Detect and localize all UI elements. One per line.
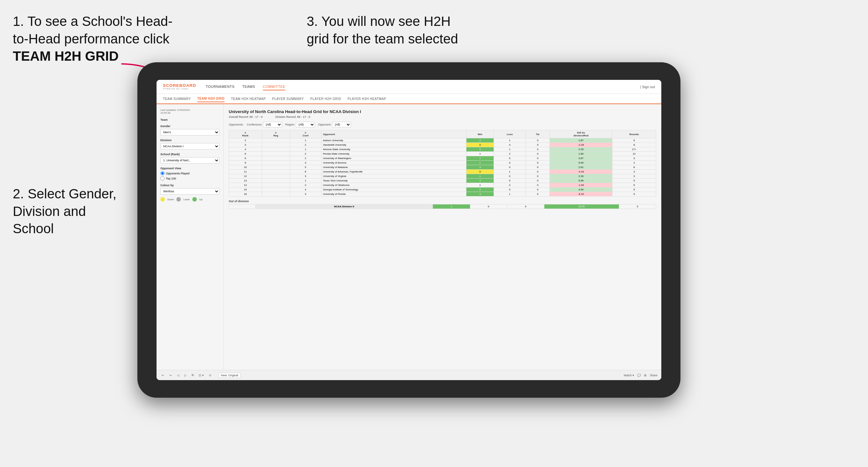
cell-win: 5 <box>466 147 494 152</box>
colour-by-label: Colour by <box>160 184 219 187</box>
cell-tie: 0 <box>526 174 550 179</box>
cell-diff: 2.61 <box>550 165 612 169</box>
paste-button[interactable]: ⊡ ▾ <box>197 373 205 378</box>
colour-down-label: Down <box>167 198 174 201</box>
nav-teams[interactable]: TEAMS <box>242 83 255 90</box>
cell-win: 5 <box>466 187 494 192</box>
share-button[interactable]: Share <box>650 374 657 377</box>
school-section: School (Rank) 1. University of Nort... <box>160 153 219 163</box>
bottom-toolbar: ↩ ↪ ◁ ▷ ⧉ ⊡ ▾ ⊙ View: Original Watch ▾ 💬… <box>157 370 661 380</box>
view-original[interactable]: View: Original <box>219 373 241 378</box>
forward-button[interactable]: ▷ <box>183 373 188 378</box>
cell-tie: 0 <box>526 165 550 169</box>
cell-rank: 16 <box>229 192 262 196</box>
sign-out-link[interactable]: | Sign out <box>640 85 655 89</box>
cell-rounds: 8 <box>612 143 656 147</box>
colour-level-label: Level <box>183 198 189 201</box>
back-button[interactable]: ◁ <box>176 373 181 378</box>
cell-rounds: 17+ <box>612 147 656 152</box>
colour-select[interactable]: Win/loss <box>160 188 219 194</box>
region-select[interactable]: (All) <box>296 122 315 127</box>
sub-nav-player-summary[interactable]: PLAYER SUMMARY <box>272 96 304 102</box>
colour-up-label: Up <box>199 198 203 201</box>
overall-record: Overall Record: 89 - 17 - 0 <box>229 115 262 119</box>
clock-button[interactable]: ⊙ <box>208 373 213 378</box>
comment-button[interactable]: 💬 <box>637 374 641 377</box>
out-div-loss: 0 <box>470 205 507 209</box>
redo-button[interactable]: ↪ <box>168 373 173 378</box>
annotation-1: 1. To see a School's Head- to-Head perfo… <box>13 13 179 65</box>
opponents-filter-label: Opponents: <box>229 123 244 126</box>
radio-top100[interactable]: Top 100 <box>160 176 219 181</box>
zoom-button[interactable]: ⊞ <box>644 374 647 377</box>
nav-committee[interactable]: COMMITTEE <box>263 83 286 90</box>
opponent-view-label: Opponent View <box>160 167 219 170</box>
table-row: 11 6 University of Arkansas, Fayettevill… <box>229 169 656 174</box>
school-select[interactable]: 1. University of Nort... <box>160 157 219 163</box>
sub-nav-team-h2h-grid[interactable]: TEAM H2H GRID <box>197 95 225 102</box>
sub-nav-team-summary[interactable]: TEAM SUMMARY <box>163 96 191 102</box>
colour-level-dot <box>176 197 181 201</box>
cell-reg <box>261 143 290 147</box>
cell-loss: 1 <box>494 147 526 152</box>
cell-conf: 1 <box>290 138 321 143</box>
team-label: Team <box>160 118 219 121</box>
cell-rank: 4 <box>229 147 262 152</box>
table-row: 8 2 University of Washington 1 0 0 3.67 … <box>229 156 656 161</box>
cell-tie: 0 <box>526 187 550 192</box>
conference-select[interactable]: (All) <box>263 122 282 127</box>
cell-loss: 1 <box>494 138 526 143</box>
cell-conf: 3 <box>290 192 321 196</box>
cell-diff: 3.67 <box>550 156 612 161</box>
cell-diff: -4.33 <box>550 169 612 174</box>
out-div-tie: 0 <box>507 205 544 209</box>
cell-win: 1 <box>466 174 494 179</box>
cell-rounds: 3 <box>612 174 656 179</box>
cell-win: 0 <box>466 143 494 147</box>
left-panel: Last Updated: 27/03/2024 16:55:38 Team G… <box>157 104 224 370</box>
cell-tie: 0 <box>526 161 550 165</box>
cell-reg <box>261 152 290 156</box>
cell-tie: 0 <box>526 183 550 187</box>
toolbar-right: Watch ▾ 💬 ⊞ Share <box>624 374 657 377</box>
cell-rank: 9 <box>229 161 262 165</box>
sub-nav-player-h2h-grid[interactable]: PLAYER H2H GRID <box>310 96 341 102</box>
out-div-team: NCAA Division II <box>255 205 433 209</box>
cell-tie: 0 <box>526 147 550 152</box>
opponent-select[interactable]: (All) <box>332 122 351 127</box>
sub-nav-player-h2h-heatmap[interactable]: PLAYER H2H HEATMAP <box>348 96 386 102</box>
cell-rank: 6 <box>229 152 262 156</box>
table-row: 15 4 Georgia Institute of Technology 5 0… <box>229 187 656 192</box>
cell-rounds: 8 <box>612 165 656 169</box>
gender-select[interactable]: Men's <box>160 129 219 135</box>
cell-loss: 4 <box>494 143 526 147</box>
col-conf: #Conf <box>290 130 321 138</box>
logo-sub: Powered by clippi <box>163 88 196 90</box>
undo-button[interactable]: ↩ <box>160 373 165 378</box>
cell-diff: 1.83 <box>550 152 612 156</box>
out-div-win: 1 <box>433 205 470 209</box>
copy-button[interactable]: ⧉ <box>190 373 195 378</box>
cell-conf: 3 <box>290 174 321 179</box>
table-row: 10 5 University of Alabama 3 0 0 2.61 8 <box>229 165 656 169</box>
logo: SCOREBOARD Powered by clippi <box>163 83 196 90</box>
table-row: 14 2 University of Oklahoma 1 2 0 -1.00 … <box>229 183 656 187</box>
division-select[interactable]: NCAA Division I <box>160 143 219 150</box>
school-label: School (Rank) <box>160 153 219 156</box>
cell-reg <box>261 174 290 179</box>
cell-reg <box>261 138 290 143</box>
cell-rounds: 9 <box>612 183 656 187</box>
table-row: 16 3 University of Florida 3 1 0 -6.42 9 <box>229 192 656 196</box>
sub-nav-team-h2h-heatmap[interactable]: TEAM H2H HEATMAP <box>231 96 266 102</box>
cell-loss: 0 <box>494 179 526 183</box>
watch-button[interactable]: Watch ▾ <box>624 374 634 377</box>
nav-tournaments[interactable]: TOURNAMENTS <box>206 83 235 90</box>
out-div-division <box>229 205 255 209</box>
col-loss: Loss <box>494 130 526 138</box>
cell-tie: 0 <box>526 138 550 143</box>
gender-label: Gender <box>160 125 219 128</box>
radio-opponents-played[interactable]: Opponents Played <box>160 171 219 175</box>
table-row: 12 3 University of Virginia 1 0 0 2.33 3 <box>229 174 656 179</box>
h2h-table: #Rank #Reg #Conf Opponent Win Loss Tie D… <box>229 130 656 196</box>
tablet: SCOREBOARD Powered by clippi TOURNAMENTS… <box>137 62 680 398</box>
